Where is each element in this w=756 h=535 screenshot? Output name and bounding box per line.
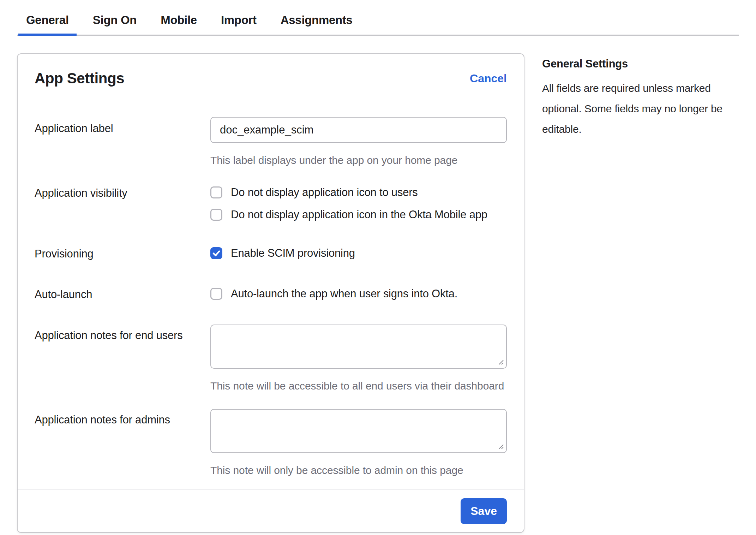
auto-launch-field-label: Auto-launch — [35, 287, 210, 301]
help-sidebar: General Settings All fields are required… — [542, 53, 739, 139]
application-label-row: Application label This label displays un… — [35, 117, 507, 167]
application-visibility-row: Application visibility Do not display ap… — [35, 186, 507, 221]
resize-grip-icon[interactable] — [497, 358, 504, 365]
visibility-mobile-checkbox-row[interactable]: Do not display application icon in the O… — [210, 208, 507, 221]
application-label-help: This label displays under the app on you… — [210, 154, 507, 167]
notes-admins-textarea[interactable] — [210, 409, 507, 453]
visibility-mobile-checkbox[interactable] — [210, 209, 222, 221]
sidebar-heading: General Settings — [542, 57, 739, 71]
panel-header: App Settings Cancel — [18, 54, 524, 87]
application-label-field-label: Application label — [35, 117, 210, 167]
sidebar-description: All fields are required unless marked op… — [542, 78, 739, 139]
auto-launch-row: Auto-launch Auto-launch the app when use… — [35, 287, 507, 301]
visibility-users-checkbox[interactable] — [210, 186, 222, 198]
scim-provisioning-checkbox[interactable] — [210, 247, 222, 259]
tab-mobile[interactable]: Mobile — [153, 0, 205, 36]
application-visibility-field-label: Application visibility — [35, 186, 210, 221]
notes-end-users-row: Application notes for end users This not… — [35, 325, 507, 393]
tab-assignments[interactable]: Assignments — [273, 0, 360, 36]
check-icon — [212, 249, 221, 258]
notes-admins-row: Application notes for admins This note w… — [35, 409, 507, 477]
tab-sign-on[interactable]: Sign On — [85, 0, 144, 36]
app-settings-form: Application label This label displays un… — [18, 117, 524, 477]
panel-title: App Settings — [35, 70, 124, 87]
auto-launch-checkbox-label: Auto-launch the app when user signs into… — [231, 287, 457, 300]
visibility-users-checkbox-label: Do not display application icon to users — [231, 186, 418, 199]
main-content: App Settings Cancel Application label Th… — [0, 53, 756, 533]
scim-provisioning-checkbox-row[interactable]: Enable SCIM provisioning — [210, 247, 507, 260]
save-button[interactable]: Save — [461, 498, 507, 524]
auto-launch-checkbox[interactable] — [210, 288, 222, 300]
auto-launch-checkbox-row[interactable]: Auto-launch the app when user signs into… — [210, 287, 507, 300]
notes-admins-field-label: Application notes for admins — [35, 409, 210, 477]
notes-admins-help: This note will only be accessible to adm… — [210, 464, 507, 477]
page: General Sign On Mobile Import Assignment… — [0, 0, 756, 535]
application-label-input[interactable] — [210, 117, 507, 143]
notes-end-users-field-label: Application notes for end users — [35, 325, 210, 393]
resize-grip-icon[interactable] — [497, 442, 504, 450]
app-settings-panel: App Settings Cancel Application label Th… — [17, 53, 524, 533]
provisioning-field-label: Provisioning — [35, 247, 210, 261]
notes-end-users-help: This note will be accessible to all end … — [210, 379, 507, 393]
notes-end-users-textarea[interactable] — [210, 325, 507, 369]
visibility-users-checkbox-row[interactable]: Do not display application icon to users — [210, 186, 507, 199]
panel-footer: Save — [18, 489, 524, 532]
tab-general[interactable]: General — [18, 0, 77, 36]
tab-import[interactable]: Import — [213, 0, 264, 36]
scim-provisioning-checkbox-label: Enable SCIM provisioning — [231, 247, 355, 260]
visibility-mobile-checkbox-label: Do not display application icon in the O… — [231, 208, 487, 221]
provisioning-row: Provisioning Enable SCIM provisioning — [35, 247, 507, 261]
tab-bar: General Sign On Mobile Import Assignment… — [17, 0, 739, 36]
cancel-link[interactable]: Cancel — [470, 72, 507, 85]
